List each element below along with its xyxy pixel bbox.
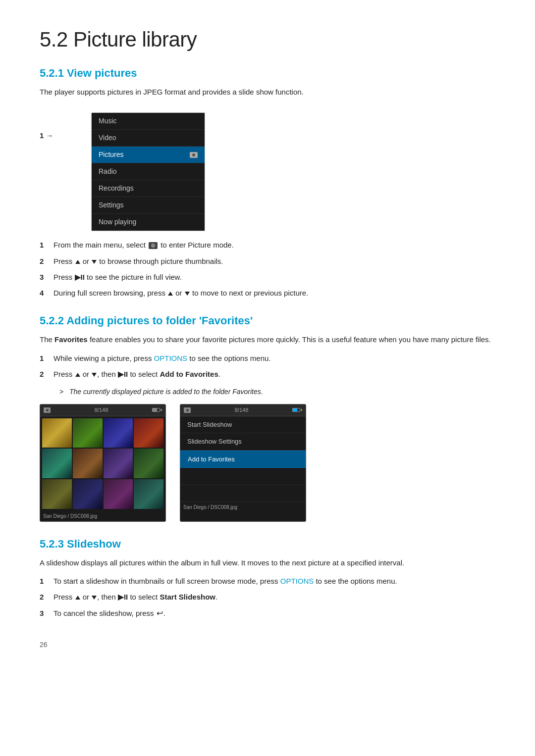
section-523-heading: 5.2.3 Slideshow	[40, 536, 495, 552]
step-522-2: 2 Press or , then ▶II to select Add to F…	[40, 368, 495, 380]
menu-item-video: Video	[92, 130, 205, 147]
step-523-3: 3 To cancel the slideshow, press ↩.	[40, 607, 495, 620]
opt-empty-2	[180, 485, 306, 503]
menu-screenshot-row: 1 → Music Video Pictures Radio Recording…	[40, 104, 495, 239]
section-521-intro: The player supports pictures in JPEG for…	[40, 86, 495, 98]
section-523-intro: A slideshow displays all pictures within…	[40, 557, 495, 568]
triangle-down-icon-4	[92, 596, 97, 600]
section-522-steps: 1 While viewing a picture, press OPTIONS…	[40, 353, 495, 380]
triangle-down-icon	[92, 260, 97, 264]
options-menu-list: Start Slideshow Slideshow Settings Add t…	[180, 416, 306, 503]
menu-label-number: 1 →	[40, 128, 54, 142]
section-521-heading: 5.2.1 View pictures	[40, 65, 495, 81]
section-522-intro: The Favorites feature enables you to sha…	[40, 334, 495, 345]
photo-cell-8	[134, 449, 163, 478]
triangle-up-icon	[75, 260, 80, 264]
screenshot-pair-522: 8/148 San Diego / DSC008.jpg	[40, 404, 495, 522]
menu-item-pictures: Pictures	[92, 147, 205, 163]
photo-cell-7	[104, 449, 133, 478]
triangle-down-icon-2	[185, 292, 190, 296]
camera-header-icon	[44, 407, 51, 413]
photo-cell-6	[73, 449, 103, 478]
camera-header-icon-right	[184, 407, 191, 413]
options-text-1: OPTIONS	[154, 354, 188, 362]
camera-icon-inline	[149, 242, 158, 249]
menu-item-recordings: Recordings	[92, 180, 205, 197]
page-number: 26	[40, 640, 495, 650]
step-521-4: 4 During full screen browsing, press or …	[40, 287, 495, 299]
screenshot-left-footer: San Diego / DSC008.jpg	[40, 511, 165, 521]
section-523-steps: 1 To start a slideshow in thumbnails or …	[40, 575, 495, 620]
opt-add-favorites[interactable]: Add to Favorites	[180, 451, 306, 468]
menu-item-settings: Settings	[92, 197, 205, 214]
photo-cell-3	[104, 418, 133, 448]
options-text-2: OPTIONS	[280, 577, 314, 585]
screenshot-left-header: 8/148	[40, 404, 165, 416]
opt-empty-1	[180, 468, 306, 485]
play-pause-label: ▶II	[75, 273, 85, 281]
opt-start-slideshow[interactable]: Start Slideshow	[180, 416, 306, 434]
triangle-up-icon-4	[75, 596, 80, 600]
step-523-2: 2 Press or , then ▶II to select Start Sl…	[40, 591, 495, 603]
right-counter: 8/148	[235, 406, 249, 414]
step-521-2: 2 Press or to browse through picture thu…	[40, 255, 495, 267]
page-title: 5.2 Picture library	[40, 24, 495, 55]
back-icon: ↩	[157, 607, 163, 620]
photo-cell-12	[134, 479, 163, 509]
photo-cell-5	[42, 449, 72, 478]
triangle-up-icon-3	[75, 373, 80, 377]
step-522-1: 1 While viewing a picture, press OPTIONS…	[40, 353, 495, 364]
opt-slideshow-settings[interactable]: Slideshow Settings	[180, 433, 306, 451]
menu-screenshot: Music Video Pictures Radio Recordings Se…	[91, 112, 205, 231]
triangle-up-icon-2	[168, 292, 173, 296]
photo-cell-4	[134, 418, 163, 448]
photo-cell-11	[104, 479, 133, 509]
left-counter: 8/148	[95, 406, 108, 414]
photo-cell-10	[73, 479, 103, 509]
menu-item-radio: Radio	[92, 163, 205, 180]
triangle-down-icon-3	[92, 373, 97, 377]
screenshot-right-header: 8/148	[180, 404, 306, 416]
section-521-steps: 1 From the main menu, select to enter Pi…	[40, 239, 495, 299]
screenshot-left: 8/148 San Diego / DSC008.jpg	[40, 404, 166, 522]
photo-grid	[40, 416, 165, 511]
photo-cell-1	[42, 418, 72, 448]
photo-cell-9	[42, 479, 72, 509]
camera-icon	[190, 152, 198, 158]
step-523-1: 1 To start a slideshow in thumbnails or …	[40, 575, 495, 587]
photo-cell-2	[73, 418, 103, 448]
battery-icon-right	[292, 408, 302, 412]
battery-icon	[152, 408, 162, 412]
screenshot-right: 8/148 Start Slideshow Slideshow Settings…	[180, 404, 306, 522]
step-521-3: 3 Press ▶II to see the picture in full v…	[40, 271, 495, 283]
screenshot-right-footer: San Diego / DSC008.jpg	[180, 502, 306, 512]
menu-item-music: Music	[92, 113, 205, 130]
subpoint-522: > The currently displayed picture is add…	[59, 387, 495, 397]
step-521-1: 1 From the main menu, select to enter Pi…	[40, 239, 495, 251]
menu-item-nowplaying: Now playing	[92, 214, 205, 231]
section-522-heading: 5.2.2 Adding pictures to folder 'Favorit…	[40, 312, 495, 329]
